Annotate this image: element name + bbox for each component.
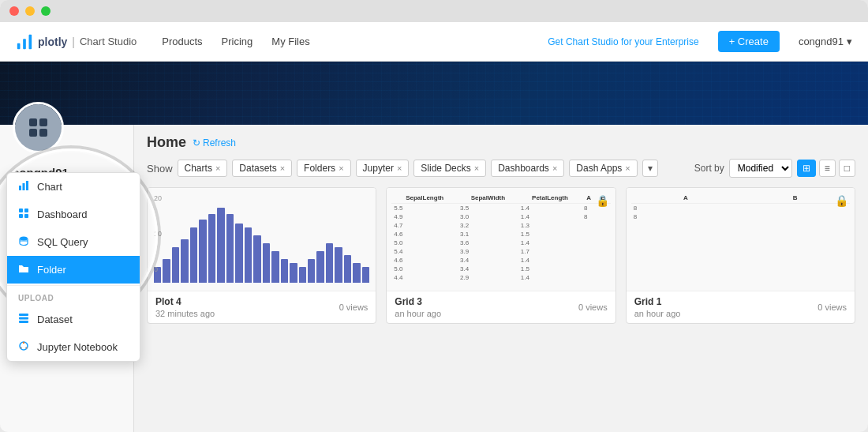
dropdown-sql-label: SQL Query	[37, 236, 88, 248]
refresh-label: Refresh	[203, 137, 236, 148]
filter-tag-jupyter[interactable]: Jupyter ×	[356, 160, 410, 177]
svg-point-17	[25, 347, 27, 348]
filter-tag-dashboards[interactable]: Dashboards ×	[491, 160, 564, 177]
page-header: Home ↻ Refresh	[147, 134, 855, 151]
svg-rect-12	[19, 314, 28, 316]
card-plot4-views: 0 views	[339, 302, 369, 312]
svg-rect-1	[23, 39, 26, 49]
logo-separator: |	[72, 36, 75, 48]
filter-tag-slidedecks-label: Slide Decks	[421, 163, 470, 174]
card-plot4-preview: 20 10 0	[148, 188, 376, 291]
logo-product: Chart Studio	[80, 36, 137, 47]
sort-select[interactable]: Modified Name Created	[729, 159, 792, 178]
filter-tag-dashapps-label: Dash Apps	[576, 163, 622, 174]
svg-point-10	[20, 237, 28, 241]
card-plot4-footer: Plot 4 32 minutes ago 0 views	[148, 291, 376, 323]
card-grid3[interactable]: 🔒 SepalLength SepalWidth PetalLength A B	[386, 187, 615, 324]
card-plot4-info: Plot 4 32 minutes ago	[155, 296, 215, 318]
dropdown-item-dataset[interactable]: Dataset	[7, 306, 140, 333]
svg-rect-13	[19, 317, 28, 320]
filter-tag-datasets-remove[interactable]: ×	[280, 163, 285, 173]
sort-area: Sort by Modified Name Created	[694, 159, 792, 178]
dropdown-dashboard-label: Dashboard	[37, 208, 88, 220]
table-preview-grid3: SepalLength SepalWidth PetalLength A B 5…	[387, 188, 615, 291]
filter-tag-datasets-label: Datasets	[239, 163, 276, 174]
filter-tag-jupyter-label: Jupyter	[363, 163, 394, 174]
filter-tag-dashboards-remove[interactable]: ×	[552, 163, 557, 173]
maximize-dot[interactable]	[41, 6, 51, 16]
filter-tag-dashapps-remove[interactable]: ×	[625, 163, 630, 173]
view-icons: ⊞ ≡ □	[797, 160, 855, 177]
svg-rect-0	[17, 43, 21, 48]
nav-my-files[interactable]: My Files	[271, 36, 309, 47]
enterprise-cta[interactable]: Get Chart Studio for your Enterprise	[548, 36, 698, 47]
filter-tag-folders-remove[interactable]: ×	[339, 163, 343, 173]
svg-rect-4	[23, 183, 25, 190]
filter-tag-charts-remove[interactable]: ×	[215, 163, 220, 173]
avatar-area	[0, 125, 133, 160]
filter-tag-charts-label: Charts	[185, 163, 212, 174]
dropdown-folder-label: Folder	[37, 264, 66, 276]
chart-icon	[18, 180, 29, 193]
minimize-dot[interactable]	[25, 6, 35, 16]
card-plot4[interactable]: 20 10 0 Plot 4 32 minutes ago 0 views	[147, 187, 376, 324]
grid-view-button[interactable]: ⊞	[797, 160, 816, 177]
filter-tag-jupyter-remove[interactable]: ×	[397, 163, 402, 173]
filter-tag-dashboards-label: Dashboards	[498, 163, 549, 174]
new-dropdown-menu: Chart Dashboard SQL Query Folder	[6, 172, 140, 362]
detail-view-button[interactable]: □	[839, 160, 855, 177]
list-view-button[interactable]: ≡	[819, 160, 836, 177]
lock-icon-grid1: 🔒	[835, 194, 848, 207]
card-grid1-views: 0 views	[817, 302, 847, 312]
nav-pricing[interactable]: Pricing	[222, 36, 253, 47]
filter-tag-datasets[interactable]: Datasets ×	[232, 160, 292, 177]
lock-icon: 🔒	[596, 194, 609, 207]
nav-products[interactable]: Products	[162, 36, 202, 47]
svg-rect-5	[26, 181, 28, 190]
svg-rect-8	[19, 214, 23, 218]
dataset-icon	[18, 313, 29, 326]
refresh-button[interactable]: ↻ Refresh	[193, 137, 236, 148]
close-dot[interactable]	[9, 6, 19, 16]
avatar-inner	[15, 104, 62, 151]
card-grid3-views: 0 views	[578, 302, 608, 312]
card-grid1-info: Grid 1 an hour ago	[634, 296, 681, 318]
svg-rect-6	[19, 208, 23, 212]
table-preview-grid1: AB 8 8	[627, 188, 855, 291]
svg-point-18	[20, 347, 21, 348]
filter-tag-dashapps[interactable]: Dash Apps ×	[569, 160, 637, 177]
chevron-down-icon: ▾	[847, 36, 852, 47]
svg-point-16	[23, 342, 24, 344]
filter-tag-charts[interactable]: Charts ×	[178, 160, 228, 177]
filter-more-button[interactable]: ▾	[642, 160, 658, 177]
filter-tag-slidedecks[interactable]: Slide Decks ×	[413, 160, 486, 177]
svg-rect-9	[24, 214, 28, 218]
card-plot4-meta: 32 minutes ago	[155, 309, 215, 318]
dropdown-chart-label: Chart	[37, 181, 62, 193]
card-grid1-footer: Grid 1 an hour ago 0 views	[627, 291, 855, 323]
card-grid3-meta: an hour ago	[395, 309, 441, 318]
dropdown-item-dashboard[interactable]: Dashboard	[7, 201, 140, 228]
dropdown-item-folder[interactable]: Folder	[7, 256, 140, 284]
card-grid3-info: Grid 3 an hour ago	[395, 296, 441, 318]
card-grid1[interactable]: 🔒 AB 8 8	[626, 187, 855, 324]
logo-area: plotly | Chart Studio	[16, 33, 137, 51]
username-nav: congnd91	[799, 36, 844, 47]
filter-tag-slidedecks-remove[interactable]: ×	[474, 163, 479, 173]
card-grid1-name: Grid 1	[634, 296, 681, 307]
show-label: Show	[147, 163, 173, 175]
create-button[interactable]: + Create	[718, 31, 780, 52]
bar-chart	[148, 196, 376, 283]
dropdown-jupyter-label: Jupyter Notebook	[37, 341, 118, 353]
user-menu[interactable]: congnd91 ▾	[799, 36, 852, 47]
dropdown-item-sql[interactable]: SQL Query	[7, 228, 140, 256]
avatar	[13, 102, 64, 153]
dropdown-item-chart[interactable]: Chart	[7, 173, 140, 201]
sql-icon	[18, 235, 29, 249]
card-grid3-name: Grid 3	[395, 296, 441, 307]
cards-grid: 20 10 0 Plot 4 32 minutes ago 0 views	[147, 187, 855, 324]
content-area: Home ↻ Refresh Show Charts × Datasets × …	[134, 125, 868, 432]
filter-tag-folders[interactable]: Folders ×	[297, 160, 350, 177]
dropdown-item-jupyter[interactable]: Jupyter Notebook	[7, 333, 140, 361]
folder-icon	[18, 263, 29, 276]
